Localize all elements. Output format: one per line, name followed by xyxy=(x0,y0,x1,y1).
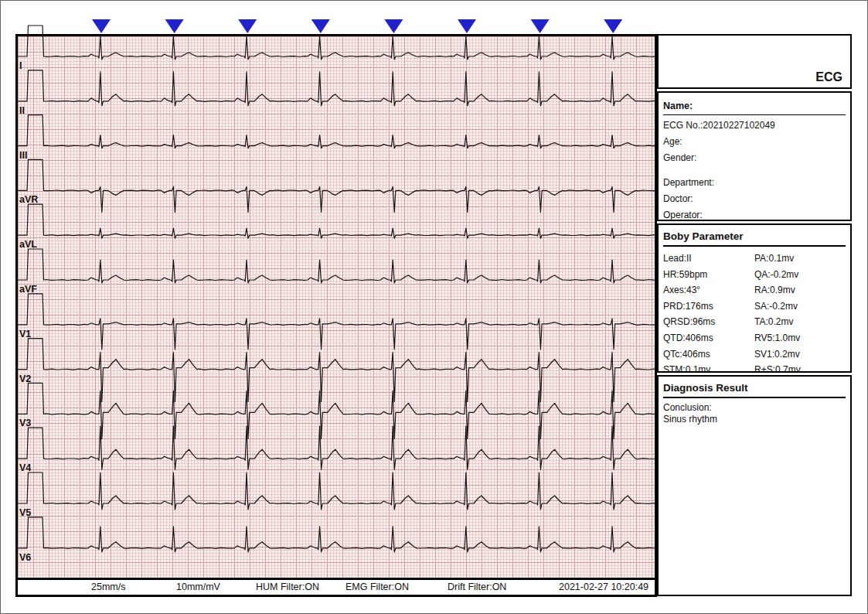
patient-info-row: Operator: xyxy=(663,207,846,223)
beat-marker-icon xyxy=(458,19,476,33)
parameter-right: PA:0.1mv xyxy=(754,251,846,267)
parameter-right: RA:0.9mv xyxy=(754,282,846,298)
patient-info-row: ECG No.:20210227102049 xyxy=(663,118,846,134)
ecg-grid-panel: 25mm/s10mm/mVHUM Filter:ONEMG Filter:OND… xyxy=(15,34,657,597)
diagnosis-heading: Diagnosis Result xyxy=(663,382,846,398)
beat-marker-icon xyxy=(604,19,622,33)
patient-name-label: Name: xyxy=(663,101,846,115)
parameter-right: QA:-0.2mv xyxy=(754,267,846,283)
footer-bar: 25mm/s10mm/mVHUM Filter:ONEMG Filter:OND… xyxy=(18,578,655,595)
parameter-left: PRD:176ms xyxy=(663,298,754,315)
beat-marker-icon xyxy=(92,19,111,33)
patient-info-row: Department: xyxy=(663,175,846,191)
beat-marker-icon xyxy=(531,19,550,33)
ecg-grid-paper xyxy=(18,36,655,578)
report-title-box: ECG xyxy=(657,34,852,89)
patient-info-box: Name: ECG No.:20210227102049Age:Gender:D… xyxy=(657,91,852,221)
parameter-left: QTD:406ms xyxy=(663,330,754,346)
footer-setting: 25mm/s xyxy=(91,582,125,592)
footer-setting: HUM Filter:ON xyxy=(256,582,319,592)
beat-marker-icon xyxy=(311,19,330,33)
diagnosis-result-box: Diagnosis Result Conclusion: Sinus rhyth… xyxy=(657,375,852,596)
patient-info-row: Age: xyxy=(663,134,846,150)
beat-marker-icon xyxy=(238,19,257,33)
parameter-right: RV5:1.0mv xyxy=(754,330,846,346)
diagnosis-body: Conclusion: Sinus rhythm xyxy=(659,398,850,425)
beat-marker-icon xyxy=(165,19,184,33)
patient-info-rows: ECG No.:20210227102049Age:Gender:Departm… xyxy=(659,115,850,223)
parameter-left: QRSD:96ms xyxy=(663,314,754,330)
body-parameter-heading: Boby Parameter xyxy=(663,230,846,247)
footer-setting: 10mm/mV xyxy=(176,582,220,592)
footer-setting: EMG Filter:ON xyxy=(345,582,409,592)
body-parameter-grid: Lead:IIPA:0.1mvHR:59bpmQA:-0.2mvAxes:43°… xyxy=(659,247,850,378)
parameter-left: QTc:406ms xyxy=(663,346,754,363)
report-title: ECG xyxy=(815,70,842,84)
footer-timestamp: 2021-02-27 10:20:49 xyxy=(559,582,648,592)
footer-setting: Drift Filter:ON xyxy=(448,582,506,592)
patient-info-row: Doctor: xyxy=(663,191,846,207)
parameter-right: SV1:0.2mv xyxy=(754,346,846,363)
parameter-left: Axes:43° xyxy=(663,282,754,298)
conclusion-text: Sinus rhythm xyxy=(663,414,846,425)
ecg-report-window: 25mm/s10mm/mVHUM Filter:ONEMG Filter:OND… xyxy=(0,0,868,614)
beat-marker-icon xyxy=(384,19,403,33)
parameter-left: HR:59bpm xyxy=(663,267,754,283)
parameter-left: Lead:II xyxy=(663,251,754,267)
conclusion-label: Conclusion: xyxy=(663,402,846,414)
parameter-right: TA:0.2mv xyxy=(754,314,846,330)
patient-info-row: Gender: xyxy=(663,150,846,166)
body-parameter-box: Boby Parameter Lead:IIPA:0.1mvHR:59bpmQA… xyxy=(657,223,852,373)
parameter-right: SA:-0.2mv xyxy=(754,298,846,315)
